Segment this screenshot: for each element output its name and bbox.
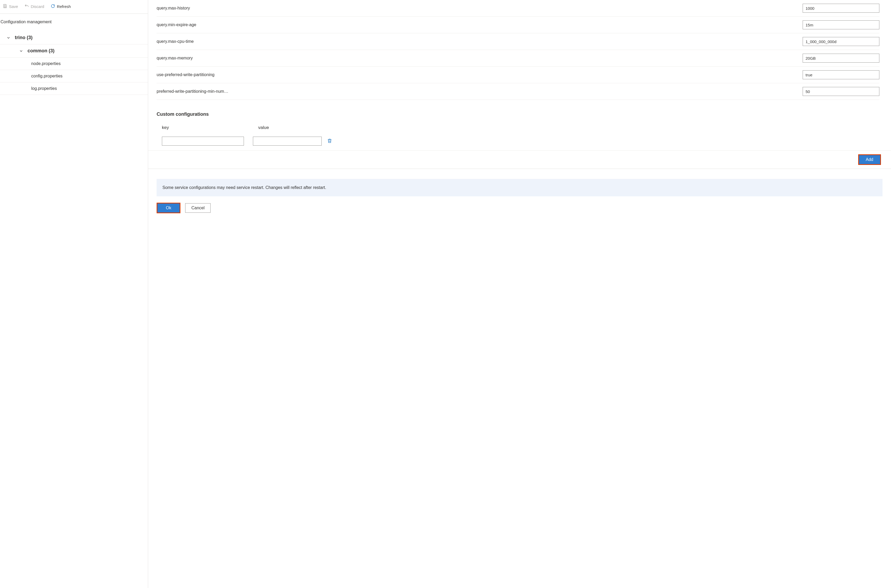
- trash-icon: [327, 141, 332, 144]
- column-header-key: key: [157, 125, 244, 130]
- custom-key-input[interactable]: [162, 136, 244, 146]
- tree-leaf-log-properties[interactable]: log.properties: [0, 82, 148, 95]
- config-value-input[interactable]: [803, 54, 879, 63]
- custom-config-title: Custom configurations: [148, 100, 891, 120]
- config-row: preferred-write-partitioning-min-num…: [157, 83, 879, 100]
- config-row: use-preferred-write-partitioning: [157, 67, 879, 83]
- custom-config-row: [148, 132, 891, 151]
- config-value-input[interactable]: [803, 4, 879, 13]
- save-icon: [3, 4, 8, 9]
- config-row: query.max-history: [157, 0, 879, 16]
- delete-row-button[interactable]: [326, 137, 333, 146]
- config-key: query.min-expire-age: [157, 22, 797, 27]
- config-key: query.max-history: [157, 6, 797, 10]
- config-key: preferred-write-partitioning-min-num…: [157, 89, 797, 94]
- refresh-button[interactable]: Refresh: [50, 3, 72, 10]
- config-row: query.min-expire-age: [157, 16, 879, 33]
- refresh-label: Refresh: [57, 4, 71, 9]
- ok-button-highlight: Ok: [157, 203, 181, 213]
- tree-node-common[interactable]: common (3): [0, 44, 148, 58]
- ok-button[interactable]: Ok: [157, 204, 180, 213]
- add-button-highlight: Add: [858, 154, 881, 165]
- discard-button[interactable]: Discard: [23, 3, 45, 10]
- tree-leaf-node-properties[interactable]: node.properties: [0, 58, 148, 70]
- config-key: use-preferred-write-partitioning: [157, 72, 797, 77]
- config-value-input[interactable]: [803, 37, 879, 46]
- refresh-icon: [51, 4, 55, 9]
- add-row: Add: [148, 151, 891, 169]
- add-button[interactable]: Add: [859, 155, 880, 164]
- config-key: query.max-memory: [157, 56, 797, 60]
- tree-leaf-config-properties[interactable]: config.properties: [0, 70, 148, 82]
- restart-notice: Some service configurations may need ser…: [157, 179, 882, 196]
- footer-buttons: Ok Cancel: [148, 196, 891, 221]
- discard-label: Discard: [31, 4, 44, 9]
- chevron-down-icon: [18, 49, 24, 53]
- chevron-down-icon: [6, 36, 11, 40]
- save-label: Save: [9, 4, 18, 9]
- left-panel: Save Discard Refresh Configuration manag…: [0, 0, 148, 588]
- config-value-input[interactable]: [803, 87, 879, 96]
- custom-value-input[interactable]: [253, 136, 322, 146]
- tree-node-trino[interactable]: trino (3): [0, 31, 148, 44]
- save-button[interactable]: Save: [2, 3, 19, 10]
- config-value-input[interactable]: [803, 20, 879, 29]
- tree-leaf-label: config.properties: [31, 74, 62, 78]
- toolbar: Save Discard Refresh: [0, 0, 148, 14]
- tree-leaf-label: node.properties: [31, 61, 60, 66]
- tree-node-label: common (3): [27, 48, 54, 54]
- undo-icon: [24, 4, 29, 9]
- breadcrumb: Configuration management: [0, 14, 148, 27]
- custom-config-header: key value: [148, 120, 891, 132]
- svg-rect-0: [4, 6, 6, 8]
- column-header-value: value: [258, 125, 327, 130]
- config-list: query.max-history query.min-expire-age q…: [148, 0, 891, 100]
- tree-leaf-label: log.properties: [31, 86, 57, 91]
- tree-node-label: trino (3): [15, 35, 33, 40]
- right-panel: query.max-history query.min-expire-age q…: [148, 0, 891, 588]
- config-row: query.max-cpu-time: [157, 33, 879, 50]
- cancel-button[interactable]: Cancel: [185, 203, 211, 213]
- config-tree: trino (3) common (3) node.properties con…: [0, 27, 148, 95]
- config-row: query.max-memory: [157, 50, 879, 67]
- config-key: query.max-cpu-time: [157, 39, 797, 44]
- config-value-input[interactable]: [803, 70, 879, 79]
